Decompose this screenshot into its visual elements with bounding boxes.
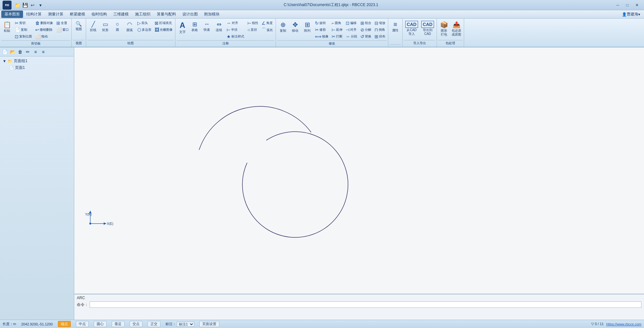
export-cad-button[interactable]: CAD 导出到CAD	[420, 20, 435, 37]
chamfer-button[interactable]: ⊓ 倒角	[373, 27, 387, 33]
perpendicular-snap-button[interactable]: 垂足	[112, 321, 125, 327]
view-btn[interactable]: 🔍 视图	[73, 20, 85, 32]
menu-design-drawing[interactable]: 设计出图	[179, 11, 201, 18]
align-left-button[interactable]: ≡	[32, 48, 39, 55]
quick-dim-button[interactable]: ↔ 快速	[201, 20, 213, 33]
menu-structural-calc[interactable]: 结构计算	[23, 11, 45, 18]
delete-obj-button[interactable]: 🗑 删除对象	[34, 20, 54, 26]
arrow-button[interactable]: ▷ 前头	[136, 20, 153, 26]
menu-addon[interactable]: 附加模块	[201, 11, 223, 18]
tree-page-1[interactable]: 📄 页面1	[1, 64, 73, 71]
qa-open-btn[interactable]: 📁	[14, 2, 20, 8]
rect-button[interactable]: ▭ 矩形	[100, 20, 111, 33]
qa-undo-btn[interactable]: ↩	[29, 2, 36, 8]
radius-dim-button[interactable]: ⊢ 半径	[225, 27, 246, 33]
tree-group-1: ▼ 📁 页面组1 📄 页面1	[1, 58, 73, 71]
angle-dim-button[interactable]: ∠ 角度	[260, 20, 274, 26]
circle-button[interactable]: ○ 圆	[112, 20, 123, 33]
ribbon-group-ie-content: CAD 从CAD导入 CAD 导出到CAD	[404, 19, 435, 40]
replace-button[interactable]: ↺ 替换	[359, 33, 373, 40]
extend-button[interactable]: ⊢ 延伸	[330, 27, 344, 33]
help-link[interactable]: https://www.rbcce.com	[606, 322, 641, 326]
mirror-icon: ⟺	[315, 34, 321, 39]
paste-icon: 📋	[3, 21, 11, 29]
arc-dim-button[interactable]: ⌒ 弧长	[260, 27, 274, 34]
array-button[interactable]: ⊞ 阵列	[302, 20, 313, 34]
snap-label-select[interactable]: 标注1	[177, 322, 194, 327]
mirror-button[interactable]: ⟺ 镜像	[314, 33, 330, 40]
ortho-snap-button[interactable]: 正交	[148, 321, 160, 327]
drawing-canvas[interactable]: Y(N) X(E)	[74, 47, 644, 320]
midpoint-snap-button[interactable]: 中点	[76, 321, 89, 327]
user-area[interactable]: 👤 曹建海 ▾	[622, 12, 643, 17]
arc-button[interactable]: ◠ 圆弧	[124, 20, 135, 33]
copy-position-button[interactable]: ⊡ 复制位图	[13, 33, 33, 40]
menu-temp-structure[interactable]: 临时结构	[88, 11, 110, 18]
dim-style-label: 标注样式	[231, 34, 244, 39]
arrange-button[interactable]: ⊞ 排布	[373, 33, 387, 40]
cont-dim-button[interactable]: ⇔ 连续	[213, 20, 225, 33]
rotate-label: 旋转	[319, 21, 326, 25]
canvas-area[interactable]: Y(N) X(E) ARC 命令：	[74, 47, 644, 320]
minimize-button[interactable]: ─	[613, 2, 622, 8]
diameter-dim-button[interactable]: ○ 直径	[246, 27, 260, 33]
pack-button[interactable]: 📦 图形打包	[438, 20, 450, 37]
menu-bridge-model[interactable]: 桥梁建模	[67, 11, 88, 18]
status-bar: 长度：m 2042.9200,-51.1200 端点 中点 圆心 垂足 交点 正…	[0, 320, 644, 328]
menu-basic-shapes[interactable]: 基本图形	[1, 11, 23, 18]
qa-more-btn[interactable]: ▾	[37, 2, 44, 8]
cut-button[interactable]: ✂ 剪切	[13, 20, 33, 26]
command-input[interactable]	[90, 301, 641, 308]
align-dim-button[interactable]: ↔ 对齐	[225, 20, 246, 26]
intersection-snap-button[interactable]: 交点	[130, 321, 142, 327]
align-right-button[interactable]: ≡	[40, 48, 47, 55]
maximize-button[interactable]: □	[623, 2, 632, 8]
text-button[interactable]: A 文字	[177, 20, 188, 35]
explode-button[interactable]: ⊘ 分解	[359, 27, 373, 33]
copy-button[interactable]: 📄 复制	[13, 27, 33, 33]
properties-group-label	[390, 45, 401, 46]
fill-button[interactable]: ⊠ 区域填充	[153, 20, 174, 26]
menu-3d-model[interactable]: 三维建模	[110, 11, 132, 18]
menu-quantity[interactable]: 算量与配料	[154, 11, 179, 18]
delete-page-button[interactable]: 🗑	[17, 48, 24, 55]
edit-page-button[interactable]: ✏	[24, 48, 31, 55]
menu-survey-calc[interactable]: 测量计算	[45, 11, 67, 18]
new-page-button[interactable]: 📄	[1, 48, 8, 55]
copy-mod-button[interactable]: ⊕ 复制	[277, 20, 289, 34]
table-button[interactable]: ⊞ 表格	[189, 20, 200, 33]
polygon-button[interactable]: ⬡ 多边形	[136, 27, 153, 33]
dim-style-button[interactable]: ★ 标注样式	[225, 33, 246, 40]
close-button[interactable]: ✕	[632, 2, 641, 8]
fullview-button[interactable]: ⊞ 全显	[55, 20, 70, 26]
tree-group-header-1[interactable]: ▼ 📁 页面组1	[1, 58, 73, 64]
move-button[interactable]: ✥ 移动	[289, 20, 301, 34]
break-button[interactable]: ✂ 打断	[330, 33, 344, 40]
open-button[interactable]: 📂	[9, 48, 16, 55]
trim-button[interactable]: ✂ 修剪	[314, 27, 330, 33]
undo-delete-button[interactable]: ↩ 撤销删除	[34, 27, 54, 33]
align-mod-button[interactable]: ⊣ 对齐	[344, 27, 358, 33]
raster-button[interactable]: 🖼 光栅图像	[153, 27, 174, 33]
endpoint-snap-button[interactable]: 端点	[58, 321, 71, 327]
scale-button[interactable]: ⊟ 缩放	[373, 20, 387, 26]
import-cad-label: 从CAD导入	[407, 28, 416, 36]
segment-button[interactable]: ↔ 分段	[344, 33, 358, 40]
unpack-button[interactable]: 📤 包还原成原图	[450, 20, 463, 37]
menu-construction[interactable]: 施工组织	[132, 11, 154, 18]
linear-dim-button[interactable]: ⊢ 线性	[246, 20, 260, 26]
rotate-button[interactable]: ↻ 旋转	[314, 20, 330, 26]
qa-save-btn[interactable]: 💾	[22, 2, 28, 8]
modify-group-label: 修改	[277, 40, 387, 46]
center-snap-button[interactable]: 圆心	[94, 321, 107, 327]
page-settings-button[interactable]: 页面设置	[199, 321, 219, 327]
paste-button[interactable]: 📋 粘贴	[1, 20, 13, 34]
offset-button[interactable]: ⊡ 偏移	[344, 20, 358, 26]
polyline-button[interactable]: ╱ 折线	[87, 20, 99, 33]
fillet-button[interactable]: ⌐ 圆角	[330, 20, 344, 26]
properties-button[interactable]: ≡ 属性	[390, 20, 401, 33]
copy-bitmap-button[interactable]: ⬜ 拖动	[34, 33, 54, 40]
window-view-button[interactable]: ⬜ 窗口	[55, 27, 70, 33]
import-cad-button[interactable]: CAD 从CAD导入	[404, 20, 419, 37]
group-button[interactable]: ⊞ 组合	[359, 20, 373, 26]
